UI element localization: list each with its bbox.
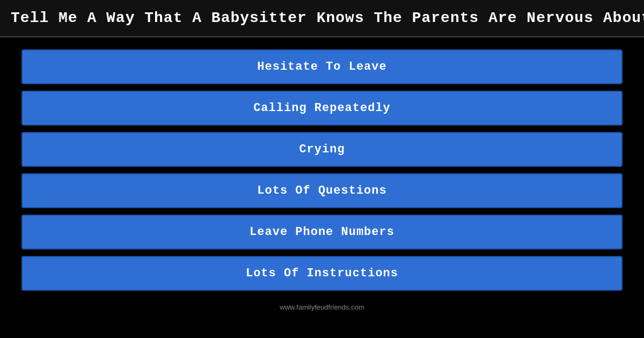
- answer-row-3[interactable]: Crying: [21, 132, 623, 167]
- footer-url: www.familyfeudfriends.com: [280, 303, 364, 311]
- answer-text-4: Lots Of Questions: [257, 184, 386, 197]
- question-header: Tell Me A Way That A Babysitter Knows Th…: [0, 0, 644, 38]
- answer-text-3: Crying: [299, 143, 345, 156]
- answers-list: Hesitate To LeaveCalling RepeatedlyCryin…: [0, 38, 644, 296]
- answer-row-1[interactable]: Hesitate To Leave: [21, 49, 623, 84]
- answer-row-5[interactable]: Leave Phone Numbers: [21, 215, 623, 249]
- answer-row-4[interactable]: Lots Of Questions: [21, 173, 623, 208]
- footer: www.familyfeudfriends.com: [0, 298, 644, 317]
- answer-text-6: Lots Of Instructions: [246, 267, 398, 280]
- answer-text-1: Hesitate To Leave: [257, 60, 386, 74]
- answer-row-2[interactable]: Calling Repeatedly: [21, 91, 623, 126]
- question-text: Tell Me A Way That A Babysitter Knows Th…: [11, 10, 644, 26]
- answer-text-5: Leave Phone Numbers: [250, 225, 394, 239]
- answer-row-6[interactable]: Lots Of Instructions: [21, 256, 623, 291]
- answer-text-2: Calling Repeatedly: [253, 101, 391, 115]
